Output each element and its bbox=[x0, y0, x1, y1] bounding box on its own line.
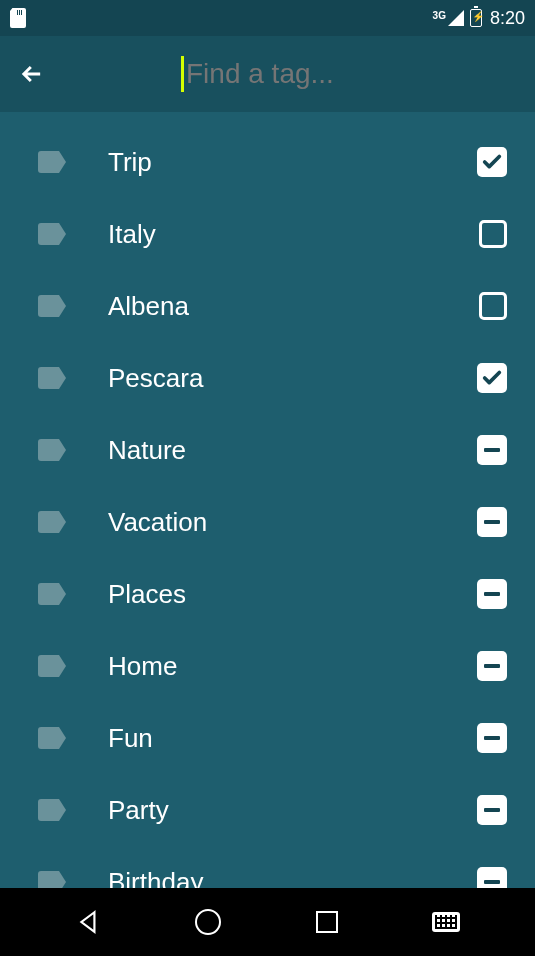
nav-keyboard-button[interactable] bbox=[431, 907, 461, 937]
network-label: 3G bbox=[433, 10, 446, 21]
tag-checkbox[interactable] bbox=[477, 867, 507, 888]
tag-label: Italy bbox=[108, 219, 479, 250]
tag-row[interactable]: Pescara bbox=[0, 342, 535, 414]
tag-label: Places bbox=[108, 579, 477, 610]
tag-row[interactable]: Albena bbox=[0, 270, 535, 342]
tag-icon bbox=[38, 727, 66, 749]
tag-icon bbox=[38, 799, 66, 821]
tag-checkbox[interactable] bbox=[477, 507, 507, 537]
tag-checkbox[interactable] bbox=[477, 651, 507, 681]
tag-checkbox[interactable] bbox=[477, 363, 507, 393]
tag-row[interactable]: Fun bbox=[0, 702, 535, 774]
tag-icon bbox=[38, 871, 66, 888]
tag-icon bbox=[38, 151, 66, 173]
tag-checkbox[interactable] bbox=[479, 220, 507, 248]
back-button[interactable] bbox=[18, 60, 46, 88]
status-bar: 3G 8:20 bbox=[0, 0, 535, 36]
tag-row[interactable]: Vacation bbox=[0, 486, 535, 558]
tag-row[interactable]: Trip bbox=[0, 126, 535, 198]
tag-label: Party bbox=[108, 795, 477, 826]
tag-icon bbox=[38, 295, 66, 317]
tag-row[interactable]: Party bbox=[0, 774, 535, 846]
tag-row[interactable]: Birthday bbox=[0, 846, 535, 888]
tag-checkbox[interactable] bbox=[477, 795, 507, 825]
battery-icon bbox=[470, 9, 482, 27]
search-area[interactable] bbox=[186, 58, 517, 90]
nav-home-button[interactable] bbox=[193, 907, 223, 937]
tag-icon bbox=[38, 439, 66, 461]
tag-label: Nature bbox=[108, 435, 477, 466]
tag-icon bbox=[38, 367, 66, 389]
tag-label: Home bbox=[108, 651, 477, 682]
tag-label: Birthday bbox=[108, 867, 477, 889]
tag-checkbox[interactable] bbox=[477, 579, 507, 609]
tag-label: Albena bbox=[108, 291, 479, 322]
tag-icon bbox=[38, 583, 66, 605]
app-bar bbox=[0, 36, 535, 114]
tag-label: Vacation bbox=[108, 507, 477, 538]
tag-list-container[interactable]: TripItalyAlbenaPescaraNatureVacationPlac… bbox=[0, 114, 535, 888]
tag-row[interactable]: Italy bbox=[0, 198, 535, 270]
tag-row[interactable]: Places bbox=[0, 558, 535, 630]
signal-icon bbox=[448, 10, 464, 26]
tag-label: Trip bbox=[108, 147, 477, 178]
search-input[interactable] bbox=[186, 58, 517, 90]
tag-checkbox[interactable] bbox=[477, 147, 507, 177]
nav-bar bbox=[0, 888, 535, 956]
tag-checkbox[interactable] bbox=[477, 435, 507, 465]
tag-label: Pescara bbox=[108, 363, 477, 394]
tag-icon bbox=[38, 223, 66, 245]
nav-recent-button[interactable] bbox=[312, 907, 342, 937]
text-cursor bbox=[181, 56, 184, 92]
tag-label: Fun bbox=[108, 723, 477, 754]
clock: 8:20 bbox=[490, 8, 525, 29]
tag-checkbox[interactable] bbox=[477, 723, 507, 753]
tag-row[interactable]: Home bbox=[0, 630, 535, 702]
nav-back-button[interactable] bbox=[74, 907, 104, 937]
tag-checkbox[interactable] bbox=[479, 292, 507, 320]
tag-icon bbox=[38, 511, 66, 533]
tag-row[interactable]: Nature bbox=[0, 414, 535, 486]
sd-card-icon bbox=[10, 8, 26, 28]
tag-icon bbox=[38, 655, 66, 677]
